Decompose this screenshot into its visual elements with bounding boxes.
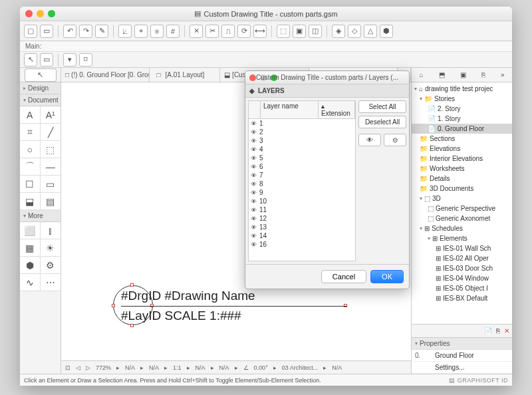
dimension-tool[interactable]: ⌗: [20, 124, 41, 141]
intersect-button[interactable]: ⨯: [190, 25, 203, 38]
eye-icon[interactable]: 👁: [251, 198, 257, 205]
tree-elements[interactable]: ▾⊞ Elements: [412, 233, 512, 243]
anchor-point[interactable]: [112, 304, 115, 307]
rect-tool[interactable]: ▭: [41, 176, 61, 193]
select-all-button[interactable]: Select All: [358, 100, 406, 113]
status-ratio[interactable]: 1:1: [173, 364, 182, 371]
nav-layout-icon[interactable]: ▣: [460, 71, 466, 78]
tree-details[interactable]: 📁 Details: [412, 174, 512, 184]
eye-icon[interactable]: 👁: [251, 138, 257, 144]
eyedropper-button[interactable]: ✎: [95, 25, 108, 38]
more-tool-8[interactable]: ⋯: [41, 274, 61, 291]
align-button[interactable]: ≡: [150, 25, 164, 38]
split-button[interactable]: ⎍: [221, 25, 235, 38]
more-section-header[interactable]: ▾More: [20, 210, 61, 222]
drawing-title-line2[interactable]: #LayID SCALE 1:###: [121, 309, 241, 323]
polyline-tool[interactable]: ⬚: [41, 141, 61, 158]
layer-row[interactable]: 👁2: [249, 128, 355, 136]
layer-row[interactable]: 👁7: [249, 171, 355, 180]
label-tool[interactable]: A¹: [41, 106, 61, 124]
more-tool-3[interactable]: ▦: [20, 239, 41, 257]
layer-row[interactable]: 👁5: [249, 154, 355, 162]
section-button[interactable]: ▣: [293, 25, 306, 38]
tree-ies05[interactable]: ⊞ IES-05 Object I: [412, 283, 512, 293]
object-button[interactable]: ⬢: [380, 25, 393, 38]
arc-tool[interactable]: ⌒: [20, 158, 41, 176]
more-tool-7[interactable]: ∿: [20, 274, 41, 291]
col-layer-name[interactable]: Layer name: [261, 101, 319, 118]
prop-settings[interactable]: Settings...: [412, 362, 512, 374]
eye-icon[interactable]: 👁: [251, 224, 257, 231]
tab-layout[interactable]: □[A.01 Layout]: [150, 68, 220, 82]
layers-list[interactable]: Layer name ▴ Extension 👁1👁2👁3👁4👁5👁6👁7👁8👁…: [248, 100, 356, 261]
eye-icon[interactable]: 👁: [251, 241, 257, 248]
selection-tool[interactable]: ↖: [24, 53, 37, 66]
favorites-button[interactable]: ◇: [348, 25, 361, 38]
zoom-fit-icon[interactable]: ⊡: [65, 364, 70, 371]
ok-button[interactable]: OK: [370, 270, 404, 283]
eye-icon[interactable]: 👁: [251, 120, 257, 127]
navigator-tree[interactable]: ▾⌂ drawing title test projec ▾📁 Stories …: [412, 82, 512, 324]
drawing-tool[interactable]: ▤: [41, 193, 61, 210]
minimize-icon[interactable]: [37, 10, 44, 17]
dialog-close-icon[interactable]: [249, 74, 256, 81]
eye-icon[interactable]: 👁: [251, 164, 257, 170]
tree-ies02[interactable]: ⊞ IES-02 All Oper: [412, 253, 512, 263]
arrow-tool[interactable]: ↖: [25, 68, 57, 82]
marquee-tool[interactable]: ▭: [40, 53, 53, 66]
trim-button[interactable]: ✂: [205, 25, 219, 38]
col-extension[interactable]: ▴ Extension: [319, 101, 355, 118]
nav-copy-icon[interactable]: ⎘: [496, 327, 500, 334]
tree-iesbx[interactable]: ⊞ IES-BX Default: [412, 293, 512, 303]
measure-button[interactable]: ⟀: [118, 25, 132, 38]
tree-ies03[interactable]: ⊞ IES-03 Door Sch: [412, 263, 512, 273]
drawing-title-line1[interactable]: #DrgID #Drawing Name: [121, 289, 255, 303]
tree-elevations[interactable]: 📁 Elevations: [412, 144, 512, 154]
layer-row[interactable]: 👁12: [249, 214, 355, 223]
tab-ground-floor[interactable]: □(!) 0. Ground Floor [0. Groun...: [61, 68, 150, 82]
eye-icon[interactable]: 👁: [251, 146, 257, 153]
zoom-icon[interactable]: [48, 10, 55, 17]
eye-icon[interactable]: 👁: [251, 129, 257, 136]
undo-button[interactable]: ↶: [63, 25, 76, 38]
tree-worksheets[interactable]: 📁 Worksheets: [412, 164, 512, 174]
zoom-prev-icon[interactable]: ◁: [76, 364, 80, 371]
spline-tool[interactable]: —: [41, 158, 61, 176]
more-tool-2[interactable]: ⫿: [41, 222, 61, 239]
eye-icon[interactable]: 👁: [251, 215, 257, 222]
morph-button[interactable]: △: [364, 25, 377, 38]
tree-stories[interactable]: ▾📁 Stories: [412, 94, 512, 104]
fav-dropdown[interactable]: ▾: [63, 53, 76, 66]
line-tool[interactable]: ╱: [41, 124, 61, 141]
more-tool-6[interactable]: ⚙: [41, 257, 61, 274]
offset-button[interactable]: ⟷: [253, 25, 267, 38]
anchor-point[interactable]: [130, 283, 134, 287]
layer-row[interactable]: 👁16: [249, 240, 355, 249]
nav-new-icon[interactable]: 📄: [484, 327, 492, 334]
design-section-header[interactable]: ▸Design: [20, 82, 61, 94]
nav-more-icon[interactable]: »: [501, 71, 505, 78]
status-angle[interactable]: 0.00°: [254, 364, 268, 371]
circle-tool[interactable]: ○: [20, 141, 41, 158]
layer-row[interactable]: 👁9: [249, 188, 355, 197]
layer-row[interactable]: 👁14: [249, 231, 355, 240]
status-layer[interactable]: 03 Architect...: [282, 364, 319, 371]
layer-row[interactable]: 👁1: [249, 119, 355, 128]
layers-button[interactable]: ◈: [332, 25, 345, 38]
divider-line[interactable]: [121, 306, 347, 307]
layer-row[interactable]: 👁13: [249, 223, 355, 231]
show-layer-icon[interactable]: 👁: [358, 134, 381, 146]
eye-icon[interactable]: 👁: [251, 233, 257, 239]
new-button[interactable]: ▢: [24, 25, 37, 38]
magnet-tool[interactable]: ⌑: [79, 53, 92, 66]
tree-root[interactable]: ▾⌂ drawing title test projec: [412, 84, 512, 94]
tree-schedules[interactable]: ▾⊞ Schedules: [412, 223, 512, 233]
eye-icon[interactable]: 👁: [251, 172, 257, 179]
grid-button[interactable]: #: [166, 25, 180, 38]
tree-interior[interactable]: 📁 Interior Elevations: [412, 154, 512, 164]
nav-project-icon[interactable]: ⌂: [420, 71, 424, 78]
tree-axo[interactable]: ⬚ Generic Axonomet: [412, 213, 512, 223]
redo-button[interactable]: ↷: [79, 25, 92, 38]
layer-row[interactable]: 👁6: [249, 162, 355, 171]
layer-row[interactable]: 👁11: [249, 205, 355, 214]
